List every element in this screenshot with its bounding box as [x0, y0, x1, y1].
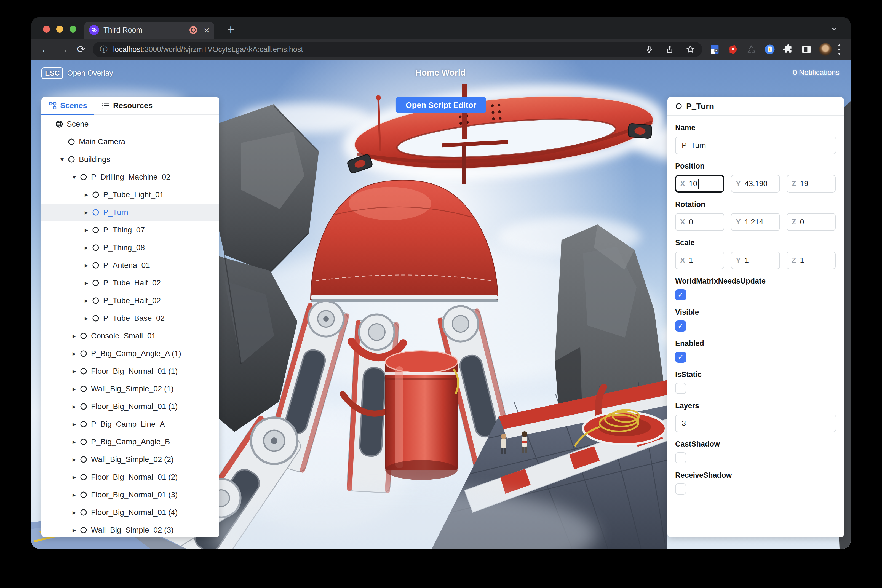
tab-title: Third Room — [104, 26, 189, 34]
tab-close-icon[interactable]: × — [204, 26, 209, 35]
macos-minimize-button[interactable] — [56, 26, 63, 33]
scale-y-value: 1 — [745, 256, 749, 265]
side-panel-icon[interactable] — [801, 44, 812, 55]
receiveshadow-checkbox[interactable] — [675, 483, 686, 495]
macos-zoom-button[interactable] — [69, 26, 76, 33]
tree-item-p-tube-half-02[interactable]: ▸P_Tube_Half_02 — [41, 292, 219, 309]
tree-item-p-big-camp-line-a[interactable]: ▸P_Big_Camp_Line_A — [41, 416, 219, 433]
chevron-right-icon[interactable]: ▸ — [82, 279, 91, 287]
scale-y-input[interactable]: Y 1 — [731, 252, 780, 269]
browser-menu-icon[interactable] — [838, 44, 840, 55]
macos-close-button[interactable] — [43, 26, 50, 33]
worldmatrix-checkbox[interactable]: ✓ — [675, 289, 686, 300]
tree-item-main-camera[interactable]: Main Camera — [41, 133, 219, 151]
chevron-right-icon[interactable]: ▸ — [82, 314, 91, 322]
tree-item-floor-big-normal-01-4[interactable]: ▸Floor_Big_Normal_01 (4) — [41, 504, 219, 521]
scale-x-input[interactable]: X 1 — [675, 252, 724, 269]
open-script-editor-button[interactable]: Open Script Editor — [396, 97, 486, 113]
extensions-puzzle-icon[interactable] — [783, 44, 794, 55]
rotation-x-input[interactable]: X 0 — [675, 213, 724, 231]
tree-item-p-turn[interactable]: ▸P_Turn — [41, 204, 219, 221]
chevron-down-icon[interactable]: ▾ — [57, 156, 67, 163]
name-input[interactable]: P_Turn — [675, 136, 836, 154]
chevron-right-icon[interactable]: ▸ — [82, 191, 91, 199]
address-bar[interactable]: ⓘ localhost:3000/world/!vjrzmTVOcyIsLgaA… — [93, 42, 702, 57]
tree-item-label: Buildings — [79, 155, 110, 164]
profile-avatar[interactable] — [819, 43, 832, 56]
site-info-icon[interactable]: ⓘ — [100, 44, 108, 55]
extension-password-manager-icon[interactable] — [710, 44, 720, 55]
chevron-right-icon[interactable]: ▸ — [69, 456, 79, 464]
visible-checkbox[interactable]: ✓ — [675, 321, 686, 332]
chevron-right-icon[interactable]: ▸ — [69, 526, 79, 534]
tab-resources[interactable]: Resources — [94, 97, 160, 114]
tab-search-chevron-icon[interactable] — [830, 24, 838, 34]
tree-item-console-small-01[interactable]: ▸Console_Small_01 — [41, 327, 219, 345]
chevron-right-icon[interactable]: ▸ — [69, 508, 79, 516]
tree-item-floor-big-normal-01-1[interactable]: ▸Floor_Big_Normal_01 (1) — [41, 398, 219, 416]
scale-z-input[interactable]: Z 1 — [787, 252, 836, 269]
position-z-input[interactable]: Z 19 — [787, 175, 836, 192]
tree-item-p-thing-07[interactable]: ▸P_Thing_07 — [41, 221, 219, 239]
tree-item-wall-big-simple-02-3[interactable]: ▸Wall_Big_Simple_02 (3) — [41, 521, 219, 537]
position-z-value: 19 — [800, 180, 808, 188]
chevron-right-icon[interactable]: ▸ — [69, 368, 79, 375]
position-x-input[interactable]: X 10 — [675, 175, 724, 192]
tree-item-floor-big-normal-01-1[interactable]: ▸Floor_Big_Normal_01 (1) — [41, 362, 219, 380]
reload-button[interactable]: ⟳ — [72, 44, 90, 55]
extension-night-mode-icon[interactable] — [764, 44, 776, 55]
chevron-right-icon[interactable]: ▸ — [82, 208, 91, 216]
share-icon[interactable] — [665, 45, 674, 54]
chevron-right-icon[interactable]: ▸ — [69, 350, 79, 357]
chevron-right-icon[interactable]: ▸ — [69, 491, 79, 499]
position-x-value: 10 — [689, 180, 697, 188]
castshadow-checkbox[interactable] — [675, 452, 686, 464]
position-y-input[interactable]: Y 43.190 — [731, 175, 780, 192]
tree-item-p-antena-01[interactable]: ▸P_Antena_01 — [41, 256, 219, 274]
back-button[interactable]: ← — [37, 44, 55, 55]
tab-resources-label: Resources — [113, 101, 153, 110]
chevron-right-icon[interactable]: ▸ — [69, 332, 79, 340]
chevron-right-icon[interactable]: ▸ — [82, 226, 91, 234]
chevron-right-icon[interactable]: ▸ — [69, 473, 79, 481]
tree-item-floor-big-normal-01-3[interactable]: ▸Floor_Big_Normal_01 (3) — [41, 486, 219, 504]
chevron-right-icon[interactable]: ▸ — [69, 438, 79, 446]
tree-item-p-big-camp-angle-b[interactable]: ▸P_Big_Camp_Angle_B — [41, 433, 219, 451]
tree-item-wall-big-simple-02-2[interactable]: ▸Wall_Big_Simple_02 (2) — [41, 451, 219, 468]
chevron-right-icon[interactable]: ▸ — [82, 297, 91, 304]
tree-item-p-drilling-machine-02[interactable]: ▾P_Drilling_Machine_02 — [41, 168, 219, 186]
tree-item-label: P_Big_Camp_Angle_B — [91, 437, 170, 446]
extension-red-icon[interactable] — [728, 44, 739, 55]
tree-item-buildings[interactable]: ▾Buildings — [41, 151, 219, 168]
tree-item-wall-big-simple-02-1[interactable]: ▸Wall_Big_Simple_02 (1) — [41, 380, 219, 398]
notifications-status[interactable]: 0 Notifications — [793, 68, 840, 77]
new-tab-button[interactable]: + — [227, 24, 234, 36]
enabled-checkbox[interactable]: ✓ — [675, 352, 686, 363]
chevron-right-icon[interactable]: ▸ — [82, 261, 91, 269]
chevron-right-icon[interactable]: ▸ — [82, 244, 91, 252]
browser-tab[interactable]: Third Room × — [84, 21, 214, 39]
voice-search-mic-icon[interactable] — [645, 45, 654, 54]
chevron-down-icon[interactable]: ▾ — [69, 173, 79, 181]
chevron-right-icon[interactable]: ▸ — [69, 403, 79, 410]
open-overlay-control[interactable]: ESC Open Overlay — [41, 67, 113, 79]
bookmark-star-icon[interactable] — [686, 45, 695, 54]
rotation-y-input[interactable]: Y 1.214 — [731, 213, 780, 231]
tree-item-p-tube-half-02[interactable]: ▸P_Tube_Half_02 — [41, 274, 219, 292]
tree-item-p-thing-08[interactable]: ▸P_Thing_08 — [41, 239, 219, 256]
layers-input[interactable]: 3 — [675, 414, 836, 432]
extension-recycle-icon[interactable] — [746, 44, 757, 55]
tree-item-p-big-camp-angle-a-1[interactable]: ▸P_Big_Camp_Angle_A (1) — [41, 345, 219, 362]
url-text[interactable]: localhost:3000/world/!vjrzmTVOcyIsLgaAkA… — [113, 45, 633, 54]
forward-button[interactable]: → — [55, 44, 72, 55]
tree-item-p-tube-light-01[interactable]: ▸P_Tube_Light_01 — [41, 186, 219, 204]
tree-item-p-tube-base-02[interactable]: ▸P_Tube_Base_02 — [41, 309, 219, 327]
tab-scenes[interactable]: Scenes — [41, 97, 94, 114]
chevron-right-icon[interactable]: ▸ — [69, 385, 79, 393]
tree-item-label: P_Tube_Light_01 — [103, 190, 164, 199]
rotation-z-input[interactable]: Z 0 — [787, 213, 836, 231]
tree-item-floor-big-normal-01-2[interactable]: ▸Floor_Big_Normal_01 (2) — [41, 468, 219, 486]
tree-item-scene[interactable]: Scene — [41, 115, 219, 133]
chevron-right-icon[interactable]: ▸ — [69, 420, 79, 428]
isstatic-checkbox[interactable] — [675, 383, 686, 394]
